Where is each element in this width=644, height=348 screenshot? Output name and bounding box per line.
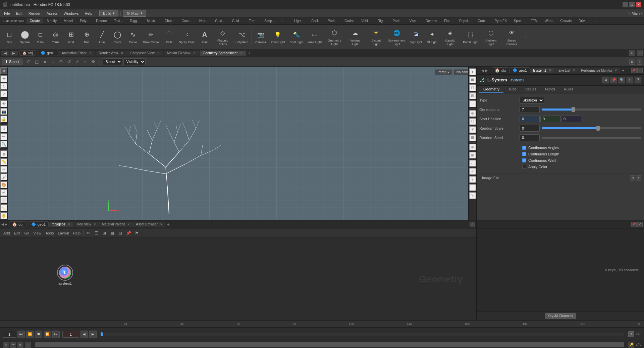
tab-animation-editor[interactable]: Animation Editor ✕: [58, 51, 95, 56]
content-tab-geometry[interactable]: Geometry: [479, 86, 503, 93]
viewport-layout-btn[interactable]: ⊞: [629, 50, 635, 56]
tool-area-light[interactable]: ▭ Area Light: [306, 28, 324, 46]
status-key-btn[interactable]: 🔑: [628, 342, 634, 348]
continuous-length-checkbox[interactable]: ✓: [522, 152, 526, 156]
tool-line[interactable]: ╱ Line: [95, 28, 109, 46]
tool-camera[interactable]: 📷 Camera: [253, 28, 268, 46]
display-btn[interactable]: ●: [41, 58, 49, 65]
content-tab-rules[interactable]: Rules: [560, 86, 577, 93]
tool-path[interactable]: ⌒ Path: [162, 28, 176, 46]
main-selector[interactable]: ⚙ Main ▾: [123, 10, 147, 17]
tool-ambient-light[interactable]: ◌ Ambient Light: [481, 26, 501, 48]
shelf-tab-guid1[interactable]: Guid...: [212, 18, 228, 23]
br-max-btn[interactable]: ⤢: [637, 222, 643, 227]
random-scale-slider-handle[interactable]: [596, 126, 600, 131]
props-maximize-btn[interactable]: ⤢: [637, 68, 643, 73]
tool-env-light[interactable]: 🌐 Environment Light: [387, 26, 407, 48]
tool-grid[interactable]: ⊞ Grid: [64, 28, 78, 46]
vrt-display[interactable]: ●: [469, 68, 476, 75]
tab-geometry-spreadsheet[interactable]: Geometry Spreadsheet ✕: [200, 51, 246, 56]
menu-file[interactable]: File: [1, 11, 13, 16]
ng-btn-grid[interactable]: ⊞: [101, 230, 108, 236]
ng-nav-fwd[interactable]: ▶: [5, 222, 7, 226]
status-step-btn[interactable]: ▷: [25, 342, 31, 348]
ng-btn-add[interactable]: Add: [2, 230, 11, 236]
props-tab-lsystem-close[interactable]: ✕: [549, 69, 551, 72]
tool-platonic[interactable]: ◇ Platonic Solids: [213, 26, 233, 48]
joint-btn[interactable]: ⋆: [82, 58, 89, 65]
nav-back-btn[interactable]: ◀: [1, 51, 9, 56]
vrt-zoom-in[interactable]: +: [469, 176, 476, 183]
orbit-tool[interactable]: ↺: [0, 125, 8, 133]
shelf-tab-grains[interactable]: Grains: [341, 18, 358, 23]
continuous-width-checkbox[interactable]: ✓: [522, 158, 526, 162]
ng-btn-tools[interactable]: Tools: [44, 230, 55, 236]
tool-tube[interactable]: ⊏ Tube: [33, 28, 48, 46]
headlight-tool[interactable]: ☀: [0, 189, 8, 196]
ng-tab-treeview-close[interactable]: ✕: [94, 223, 96, 226]
measure-tool[interactable]: 📏: [0, 158, 8, 165]
persp-btn[interactable]: Persp ▾: [435, 69, 452, 75]
generations-slider[interactable]: [542, 109, 641, 111]
shelf-tab-modify[interactable]: Modify: [44, 18, 60, 23]
shelf-tab-hair[interactable]: Hair...: [196, 18, 211, 23]
status-settings-btn[interactable]: ⚙: [3, 342, 9, 348]
props-tab-perf-close[interactable]: ✕: [614, 69, 617, 72]
props-nav-back[interactable]: ◀: [481, 69, 484, 72]
tab-geometry-spreadsheet-close[interactable]: ✕: [240, 51, 243, 55]
props-tab-take[interactable]: Take List ✕: [554, 68, 578, 73]
node-settings-btn[interactable]: ⚙: [602, 77, 609, 83]
tool-volume-light[interactable]: ☁ Volume Light: [345, 26, 365, 48]
tool-caustic-light[interactable]: ◈ Caustic Light: [440, 26, 460, 48]
shelf-tab-plus1[interactable]: +: [278, 18, 287, 23]
shelf-tab-plus2[interactable]: +: [591, 18, 600, 23]
ng-tab-objgeo1-close[interactable]: ✕: [68, 223, 70, 226]
build-selector[interactable]: Build ▾: [99, 10, 118, 16]
tool-portal-light[interactable]: ⬚ Portal Light: [461, 28, 480, 46]
close-button[interactable]: ✕: [636, 2, 641, 7]
viewport-tab-add[interactable]: +: [247, 50, 252, 56]
tool-draw-curve[interactable]: ✏ Draw Curve: [141, 28, 161, 46]
shelf-tab-simp[interactable]: Simp...: [261, 18, 278, 23]
shelf-tab-model[interactable]: Model: [60, 18, 76, 23]
tool-null[interactable]: ⊕ Null: [79, 28, 94, 46]
toolbar-layout-btn[interactable]: ⊞: [629, 59, 635, 65]
obj-display-btn[interactable]: ○: [49, 58, 57, 65]
vrt-fullscreen[interactable]: ⤡: [469, 192, 476, 199]
props-tab-add[interactable]: +: [620, 68, 626, 73]
ng-tab-treeview[interactable]: Tree View ✕: [73, 222, 99, 227]
ng-btn-edit[interactable]: Edit: [13, 230, 22, 236]
lock-tool[interactable]: 🔒: [0, 116, 8, 123]
tab-render-view[interactable]: Render View ✕: [96, 51, 127, 56]
ng-tab-add[interactable]: +: [166, 222, 171, 227]
snap-btn[interactable]: ⊙: [25, 58, 33, 65]
node-pin-btn[interactable]: 📌: [610, 77, 617, 83]
shelf-tab-popul[interactable]: Popul...: [456, 18, 474, 23]
vrt-snap[interactable]: ⊕: [469, 144, 476, 151]
content-tab-funcs[interactable]: Funcs: [541, 86, 559, 93]
shelf-tab-visc[interactable]: Visc...: [406, 18, 422, 23]
random-scale-input[interactable]: [520, 125, 540, 132]
ng-tab-material[interactable]: Material Palette ✕: [99, 222, 133, 227]
menu-help[interactable]: Help: [82, 11, 95, 16]
shelf-tab-fem[interactable]: FEM: [527, 18, 541, 23]
menu-windows[interactable]: Windows: [61, 11, 82, 16]
shelf-tab-colli[interactable]: Colli...: [308, 18, 324, 23]
select-tool-btn[interactable]: ⬆ Select: [2, 59, 22, 65]
tool-torus[interactable]: ◎ Torus: [48, 28, 63, 46]
ng-btn-view[interactable]: View: [32, 230, 43, 236]
shelf-tab-rigg[interactable]: Rigg...: [127, 18, 143, 23]
image-file-arrow-left[interactable]: ◀: [630, 175, 635, 181]
visibility-dropdown[interactable]: Visibility: [123, 58, 146, 65]
vrt-wireframe[interactable]: ◻: [469, 84, 476, 91]
move-tool[interactable]: ✚: [0, 75, 8, 82]
shelf-tab-crowds[interactable]: Crowds: [557, 18, 575, 23]
tool-gi-light[interactable]: ✦ GI Light: [425, 28, 439, 46]
props-tab-perf[interactable]: Performance Monitor ✕: [578, 68, 620, 73]
ng-btn-view2[interactable]: ▦: [109, 230, 116, 236]
vrt-zoom-out[interactable]: -: [469, 184, 476, 191]
props-nav-fwd[interactable]: ▶: [485, 69, 488, 72]
tool-font[interactable]: A Font: [197, 28, 212, 46]
scale-tool[interactable]: ⤢: [0, 90, 8, 98]
vrt-safe[interactable]: ▭: [469, 160, 476, 167]
